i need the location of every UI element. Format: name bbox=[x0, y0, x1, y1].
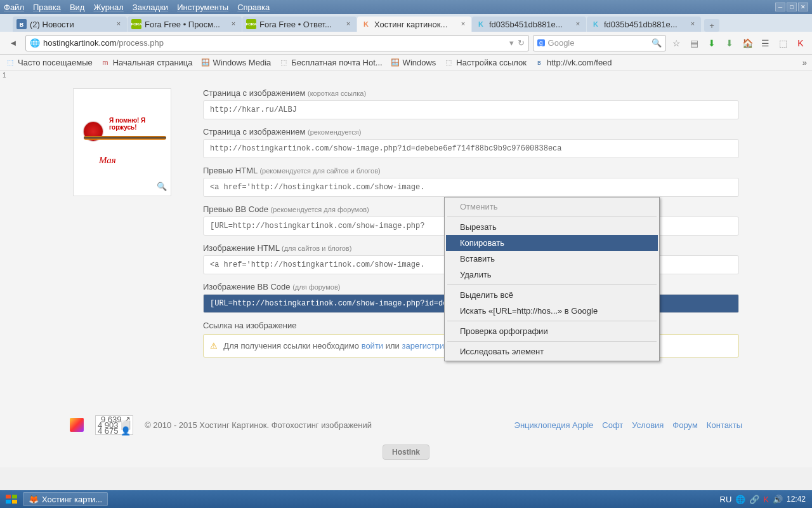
home-icon[interactable]: 🏠 bbox=[741, 37, 754, 50]
taskbar: 🦊 Хостинг карти... RU 🌐 🔗 K 🔊 12:42 bbox=[0, 490, 812, 508]
menu-file[interactable]: Файл bbox=[4, 3, 24, 12]
notice-or: или bbox=[383, 341, 402, 351]
menu-help[interactable]: Справка bbox=[237, 3, 270, 12]
download-icon[interactable]: ⬇ bbox=[705, 37, 718, 50]
tray-clock[interactable]: 12:42 bbox=[787, 495, 806, 504]
yandex-metrika-icon[interactable] bbox=[70, 418, 84, 432]
bookmarks-overflow[interactable]: » bbox=[802, 58, 807, 67]
menu-view[interactable]: Вид bbox=[70, 3, 85, 12]
tab-close-icon[interactable]: × bbox=[344, 20, 353, 29]
maximize-button[interactable]: □ bbox=[787, 3, 797, 11]
download-icon-2[interactable]: ⬇ bbox=[723, 37, 736, 50]
browser-tab[interactable]: в(2) Новости× bbox=[13, 17, 127, 32]
tab-close-icon[interactable]: × bbox=[114, 20, 123, 29]
ctx-paste[interactable]: Вставить bbox=[446, 251, 658, 267]
dropdown-icon[interactable]: ▾ bbox=[509, 38, 514, 48]
ctx-separator bbox=[447, 284, 657, 285]
field-value[interactable]: http://hostingkartinok.com/show-image.ph… bbox=[203, 139, 739, 158]
ctx-separator bbox=[447, 217, 657, 217]
addon-icon[interactable]: ⬚ bbox=[776, 37, 789, 50]
tab-close-icon[interactable]: × bbox=[573, 20, 582, 29]
start-button[interactable] bbox=[3, 492, 20, 506]
bookmark-item[interactable]: mНачальная страница bbox=[100, 57, 193, 67]
footer-link[interactable]: Софт bbox=[602, 420, 623, 430]
tray-icon[interactable]: 🌐 bbox=[735, 495, 745, 504]
nav-toolbar: ◄ 🌐 hostingkartinok.com/process.php ▾ ↻ … bbox=[0, 32, 812, 55]
ctx-select-all[interactable]: Выделить всё bbox=[446, 287, 658, 303]
bookmark-item[interactable]: ⬚Часто посещаемые bbox=[5, 57, 93, 67]
minimize-button[interactable]: ─ bbox=[775, 3, 785, 11]
browser-tab[interactable]: FORAFora Free • Ответ...× bbox=[242, 17, 357, 32]
thumb-caption-2: Мая bbox=[99, 155, 116, 166]
bookmark-label: http://vk.com/feed bbox=[547, 58, 612, 67]
tab-close-icon[interactable]: × bbox=[459, 20, 468, 29]
tab-title: fd035b451db881e... bbox=[489, 20, 571, 29]
field-value[interactable]: http://hkar.ru/ALBJ bbox=[203, 100, 739, 119]
ctx-inspect[interactable]: Исследовать элемент bbox=[446, 344, 658, 359]
ctx-separator bbox=[447, 321, 657, 321]
menu-icon[interactable]: ☰ bbox=[759, 37, 771, 50]
tab-close-icon[interactable]: × bbox=[229, 20, 238, 29]
tab-title: Хостинг картинок... bbox=[374, 20, 456, 29]
footer-link[interactable]: Форум bbox=[672, 420, 698, 430]
bookmark-label: Windows Media bbox=[213, 58, 272, 67]
browser-tab[interactable]: Kfd035b451db881e...× bbox=[587, 17, 701, 32]
bookmark-item[interactable]: ⬚Бесплатная почта Hot... bbox=[278, 57, 382, 67]
magnify-icon[interactable]: 🔍 bbox=[157, 182, 167, 192]
taskbar-app-firefox[interactable]: 🦊 Хостинг карти... bbox=[23, 492, 108, 506]
globe-icon: 🌐 bbox=[30, 38, 40, 48]
hostink-badge[interactable]: HostInk bbox=[383, 444, 429, 460]
bookmark-icon: ⬚ bbox=[5, 57, 15, 67]
bookmark-label: Часто посещаемые bbox=[18, 58, 93, 67]
star-icon[interactable]: ☆ bbox=[670, 37, 683, 50]
search-icon[interactable]: 🔍 bbox=[652, 38, 662, 48]
bookmark-label: Бесплатная почта Hot... bbox=[291, 58, 382, 67]
browser-tab[interactable]: KХостинг картинок...× bbox=[357, 17, 471, 32]
menu-tools[interactable]: Инструменты bbox=[177, 3, 228, 12]
bookmark-label: Настройка ссылок bbox=[456, 58, 527, 67]
footer-link[interactable]: Энциклопедия Apple bbox=[514, 420, 594, 430]
bookmark-label: Windows bbox=[403, 58, 436, 67]
field-label: Страница с изображением (рекомендуется) bbox=[203, 127, 739, 137]
image-thumbnail[interactable]: Я помню! Я горжусь! Мая 🔍 bbox=[73, 88, 171, 196]
tab-favicon: K bbox=[361, 19, 371, 29]
browser-tab[interactable]: FORAFora Free • Просм...× bbox=[128, 17, 242, 32]
tray-lang[interactable]: RU bbox=[720, 495, 732, 504]
menu-bookmarks[interactable]: Закладки bbox=[133, 3, 168, 12]
visitor-counter[interactable]: 9 639 ↗4 903 ⬜4 675 👤 bbox=[95, 415, 133, 435]
notice-text-pre: Для получения ссылки необходимо bbox=[223, 341, 361, 351]
copyright-text: © 2010 - 2015 Хостинг Картинок. Фотохост… bbox=[145, 420, 372, 430]
bookmark-item[interactable]: 🪟Windows bbox=[390, 57, 436, 67]
tray-icon[interactable]: 🔗 bbox=[749, 495, 759, 504]
search-bar[interactable]: g Google 🔍 bbox=[533, 35, 666, 51]
menu-journal[interactable]: Журнал bbox=[93, 3, 123, 12]
kaspersky-icon[interactable]: K bbox=[794, 37, 807, 50]
tray-kaspersky-icon[interactable]: K bbox=[763, 495, 769, 504]
tab-close-icon[interactable]: × bbox=[688, 20, 697, 29]
bookmark-item[interactable]: ⬚Настройка ссылок bbox=[443, 57, 527, 67]
new-tab-button[interactable]: + bbox=[704, 19, 719, 32]
bookmark-item[interactable]: 🪟Windows Media bbox=[200, 57, 272, 67]
reload-icon[interactable]: ↻ bbox=[518, 38, 525, 48]
menu-edit[interactable]: Правка bbox=[33, 3, 61, 12]
ctx-copy[interactable]: Копировать bbox=[446, 235, 658, 251]
ctx-delete[interactable]: Удалить bbox=[446, 267, 658, 283]
tab-title: Fora Free • Ответ... bbox=[259, 20, 341, 29]
footer-link[interactable]: Условия bbox=[632, 420, 664, 430]
ctx-spellcheck[interactable]: Проверка орфографии bbox=[446, 323, 658, 339]
field-value[interactable]: <a href='http://hostingkartinok.com/show… bbox=[203, 178, 739, 197]
tab-title: (2) Новости bbox=[30, 20, 112, 29]
bookmark-list-icon[interactable]: ▤ bbox=[688, 37, 700, 50]
browser-tab[interactable]: Kfd035b451db881e...× bbox=[472, 17, 586, 32]
back-button[interactable]: ◄ bbox=[5, 35, 22, 51]
svg-rect-1 bbox=[12, 495, 17, 498]
url-bar[interactable]: 🌐 hostingkartinok.com/process.php ▾ ↻ bbox=[25, 35, 529, 51]
tray-volume-icon[interactable]: 🔊 bbox=[773, 495, 783, 504]
ctx-cut[interactable]: Вырезать bbox=[446, 219, 658, 235]
tab-favicon: K bbox=[591, 19, 601, 29]
ctx-search-google[interactable]: Искать «[URL=http://hos...» в Google bbox=[446, 303, 658, 319]
footer-link[interactable]: Контакты bbox=[707, 420, 742, 430]
bookmark-item[interactable]: вhttp://vk.com/feed bbox=[534, 57, 612, 67]
login-link[interactable]: войти bbox=[362, 341, 383, 351]
close-button[interactable]: ✕ bbox=[798, 3, 808, 11]
